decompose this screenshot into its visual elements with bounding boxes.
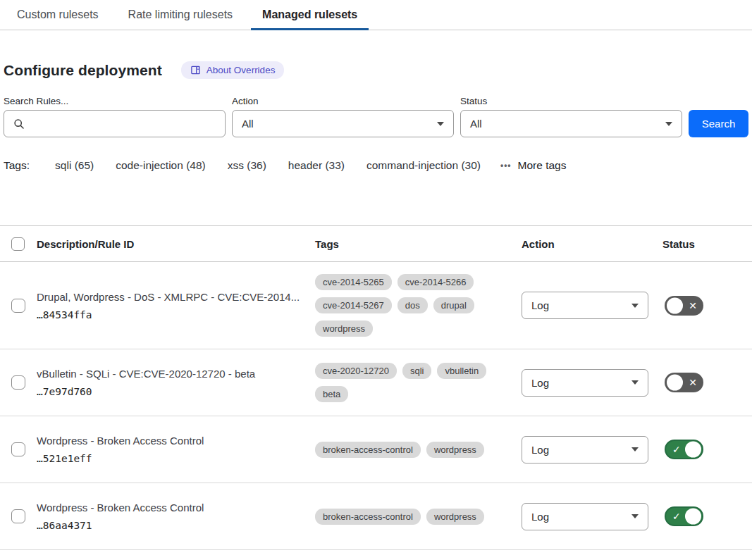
tab-rate-limiting-rulesets[interactable]: Rate limiting rulesets xyxy=(117,0,245,30)
status-filter-label: Status xyxy=(460,96,682,106)
table-body: Drupal, Wordpress - DoS - XMLRPC - CVE:C… xyxy=(0,262,752,550)
tag-filter[interactable]: command-injection (30) xyxy=(366,159,481,171)
tab-label: Custom rulesets xyxy=(17,8,99,20)
column-header-status: Status xyxy=(662,238,752,250)
tag-filter[interactable]: header (33) xyxy=(288,159,345,171)
rule-description[interactable]: Wordpress - Broken Access Control xyxy=(37,435,315,447)
tags-bar: Tags: sqli (65)code-injection (48)xss (3… xyxy=(4,159,748,172)
more-tags-button[interactable]: ••• More tags xyxy=(500,159,567,172)
tab-custom-rulesets[interactable]: Custom rulesets xyxy=(6,0,110,30)
table-row: Drupal, Wordpress - DoS - XMLRPC - CVE:C… xyxy=(0,262,752,349)
ruleset-tab-bar: Custom rulesets Rate limiting rulesets M… xyxy=(0,0,752,30)
table-row: Wordpress - Broken Access Control …521e1… xyxy=(0,416,752,483)
heading-row: Configure deployment About Overrides xyxy=(4,61,748,79)
rule-action-cell: Log xyxy=(522,503,662,530)
rule-description-cell: Drupal, Wordpress - DoS - XMLRPC - CVE:C… xyxy=(37,291,315,321)
tag-pill: dos xyxy=(397,297,428,313)
status-toggle[interactable]: ✕ xyxy=(665,296,703,316)
tag-filter-list: sqli (65)code-injection (48)xss (36)head… xyxy=(55,159,503,172)
table-row: vBulletin - SQLi - CVE:CVE-2020-12720 - … xyxy=(0,349,752,416)
tag-filter[interactable]: sqli (65) xyxy=(55,159,94,171)
page-content: Configure deployment About Overrides Sea… xyxy=(0,61,752,172)
rule-id: …86aa4371 xyxy=(37,520,315,531)
rule-id: …521e1eff xyxy=(37,453,315,464)
tag-pill: cve-2014-5266 xyxy=(397,274,474,290)
tag-pill: drupal xyxy=(433,297,474,313)
search-rules-label: Search Rules... xyxy=(4,96,226,106)
rule-action-cell: Log xyxy=(522,436,662,463)
row-checkbox[interactable] xyxy=(11,442,25,456)
rule-description[interactable]: Drupal, Wordpress - DoS - XMLRPC - CVE:C… xyxy=(37,291,315,303)
action-select[interactable]: Log xyxy=(522,369,648,397)
rule-id: …84534ffa xyxy=(37,309,315,321)
row-checkbox[interactable] xyxy=(11,299,25,313)
toggle-state-icon: ✕ xyxy=(689,378,697,387)
search-rules-input[interactable] xyxy=(31,118,216,130)
tag-filter[interactable]: xss (36) xyxy=(228,159,266,171)
tag-pill: wordpress xyxy=(426,442,484,458)
tag-pill: wordpress xyxy=(426,509,484,525)
action-filter-group: Action All xyxy=(232,96,454,137)
rule-id: …7e97d760 xyxy=(37,386,315,397)
rule-action-cell: Log xyxy=(522,369,662,397)
row-checkbox[interactable] xyxy=(11,375,25,390)
action-filter-value: All xyxy=(242,118,254,130)
rule-tags: broken-access-controlwordpress xyxy=(315,442,522,458)
chevron-down-icon xyxy=(631,304,639,308)
rule-action-cell: Log xyxy=(522,292,662,319)
action-select[interactable]: Log xyxy=(522,436,648,463)
toggle-knob xyxy=(667,375,683,391)
tab-managed-rulesets[interactable]: Managed rulesets xyxy=(251,0,369,30)
rules-table: Description/Rule ID Tags Action Status D… xyxy=(0,225,752,550)
rule-status-cell: ✓ xyxy=(662,506,752,526)
tag-pill: broken-access-control xyxy=(315,509,421,525)
tag-pill: cve-2014-5265 xyxy=(315,274,392,290)
row-checkbox-cell xyxy=(0,509,37,523)
search-button[interactable]: Search xyxy=(689,110,748,137)
tag-pill: cve-2020-12720 xyxy=(315,363,397,379)
action-filter-label: Action xyxy=(232,96,454,106)
rule-description-cell: Wordpress - Broken Access Control …521e1… xyxy=(37,435,315,464)
rule-description[interactable]: vBulletin - SQLi - CVE:CVE-2020-12720 - … xyxy=(37,368,315,380)
tag-pill: vbulletin xyxy=(437,363,486,379)
tag-pill: broken-access-control xyxy=(315,442,421,458)
rule-description-cell: Wordpress - Broken Access Control …86aa4… xyxy=(37,502,315,531)
tag-filter[interactable]: code-injection (48) xyxy=(116,159,206,171)
column-header-tags: Tags xyxy=(315,238,522,250)
tab-label: Rate limiting rulesets xyxy=(128,8,233,20)
more-tags-label: More tags xyxy=(518,159,567,172)
page-title: Configure deployment xyxy=(4,62,162,79)
chevron-down-icon xyxy=(665,122,672,126)
status-filter-select[interactable]: All xyxy=(460,110,682,137)
toggle-knob xyxy=(685,442,701,458)
select-all-checkbox[interactable] xyxy=(11,237,25,251)
tag-pill: wordpress xyxy=(315,321,373,337)
tab-label: Managed rulesets xyxy=(262,8,357,20)
row-checkbox-cell xyxy=(0,299,37,313)
chevron-down-icon xyxy=(631,514,639,518)
search-icon xyxy=(13,118,25,130)
action-select-value: Log xyxy=(531,299,549,311)
action-filter-select[interactable]: All xyxy=(232,110,454,137)
rule-status-cell: ✕ xyxy=(662,296,752,316)
toggle-knob xyxy=(685,509,701,525)
search-rules-group: Search Rules... xyxy=(4,96,226,137)
rule-description[interactable]: Wordpress - Broken Access Control xyxy=(37,502,315,514)
rule-tags: broken-access-controlwordpress xyxy=(315,509,522,525)
status-toggle[interactable]: ✓ xyxy=(665,440,703,459)
status-toggle[interactable]: ✕ xyxy=(665,373,703,392)
toggle-state-icon: ✕ xyxy=(689,301,697,311)
status-toggle[interactable]: ✓ xyxy=(665,506,703,526)
about-overrides-badge[interactable]: About Overrides xyxy=(181,61,285,79)
row-checkbox[interactable] xyxy=(11,509,25,523)
action-select-value: Log xyxy=(531,511,549,523)
row-checkbox-cell xyxy=(0,375,37,390)
action-select[interactable]: Log xyxy=(522,503,648,530)
table-header: Description/Rule ID Tags Action Status xyxy=(0,226,752,262)
action-select[interactable]: Log xyxy=(522,292,648,319)
chevron-down-icon xyxy=(631,380,639,385)
tag-pill: cve-2014-5267 xyxy=(315,297,392,313)
tag-pill: sqli xyxy=(402,363,432,379)
status-filter-value: All xyxy=(470,118,482,130)
table-row: Wordpress - Broken Access Control …86aa4… xyxy=(0,483,752,550)
